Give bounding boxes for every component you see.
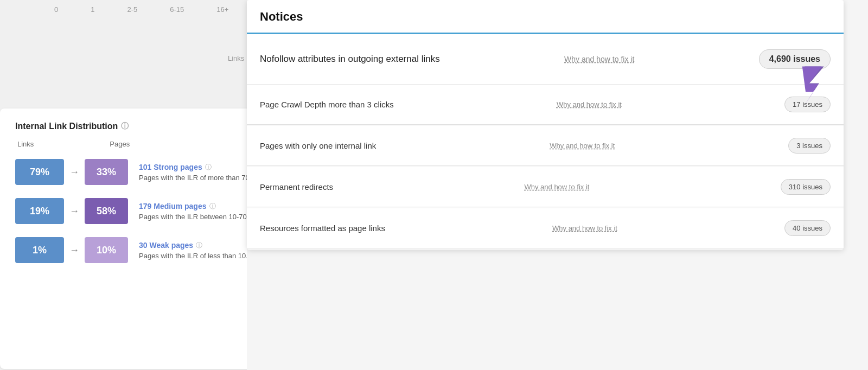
arrow-icon-1: → [69,206,79,217]
row-info-icon-2[interactable]: ⓘ [196,241,202,250]
notice-item-2: Permanent redirects Why and how to fix i… [247,167,844,207]
col-links-label: Links [17,140,34,148]
axis-label-2: 2-5 [127,5,137,14]
notice-item-badge-3[interactable]: 40 issues [784,220,831,236]
row-info-icon-0[interactable]: ⓘ [205,163,212,172]
row-desc-2: Pages with the ILR of less than 10. [139,252,248,260]
axis-label-4: 16+ [216,5,228,14]
notice-item-badge-1[interactable]: 3 issues [788,138,831,154]
notices-header: Notices [247,0,844,34]
bar-right-0: 33% [85,159,128,185]
purple-arrow-icon [798,64,831,107]
bar-left-0: 79% [15,159,64,185]
bar-right-1: 58% [85,198,128,224]
notice-item-link-1[interactable]: Why and how to fix it [550,142,615,150]
notice-item-0: Page Crawl Depth more than 3 clicks Why … [247,85,844,125]
notice-item-link-3[interactable]: Why and how to fix it [552,224,617,232]
axis-label-0: 0 [54,5,58,14]
row-content-2: 30 Weak pages ⓘ Pages with the ILR of le… [139,241,248,260]
ild-info-icon[interactable]: ⓘ [121,122,129,131]
bar-left-1: 19% [15,198,64,224]
right-panel: Notices Nofollow attributes in outgoing … [247,0,868,370]
arrow-icon-0: → [69,167,79,178]
bar-left-2: 1% [15,237,64,263]
notices-modal: Notices Nofollow attributes in outgoing … [247,0,844,250]
row-content-0: 101 Strong pages ⓘ Pages with the ILR of… [139,163,251,182]
row-info-icon-1[interactable]: ⓘ [209,202,216,211]
notice-item-text-1: Pages with only one internal link [260,141,376,150]
notice-item-text-2: Permanent redirects [260,182,333,192]
col-pages-label: Pages [110,140,130,148]
row-title-1[interactable]: 179 Medium pages ⓘ [139,202,248,211]
notice-item-3: Resources formatted as page links Why an… [247,208,844,248]
row-content-1: 179 Medium pages ⓘ Pages with the ILR be… [139,202,248,221]
row-title-0[interactable]: 101 Strong pages ⓘ [139,163,251,172]
notice-item-link-0[interactable]: Why and how to fix it [557,100,622,109]
links-axis-label: Links [228,54,244,62]
notice-item-text-0: Page Crawl Depth more than 3 clicks [260,100,394,109]
row-desc-0: Pages with the ILR of more than 70. [139,174,251,182]
notice-item-1: Pages with only one internal link Why an… [247,126,844,166]
notice-item-link-2[interactable]: Why and how to fix it [524,183,589,191]
chart-axis-labels: 0 1 2-5 6-15 16+ [54,5,228,14]
axis-label-1: 1 [91,5,94,14]
row-title-2[interactable]: 30 Weak pages ⓘ [139,241,248,250]
nofollow-fix-link[interactable]: Why and how to fix it [564,55,634,63]
notice-item-text-3: Resources formatted as page links [260,224,385,233]
notices-list: Page Crawl Depth more than 3 clicks Why … [247,85,844,248]
bar-right-2: 10% [85,237,128,263]
arrow-icon-2: → [69,245,79,256]
notice-row-nofollow: Nofollow attributes in outgoing external… [247,34,844,85]
nofollow-notice-text: Nofollow attributes in outgoing external… [260,54,440,65]
axis-label-3: 6-15 [170,5,184,14]
notices-title: Notices [260,10,831,24]
notice-item-badge-2[interactable]: 310 issues [781,179,831,195]
row-desc-1: Pages with the ILR between 10-70. [139,213,248,221]
